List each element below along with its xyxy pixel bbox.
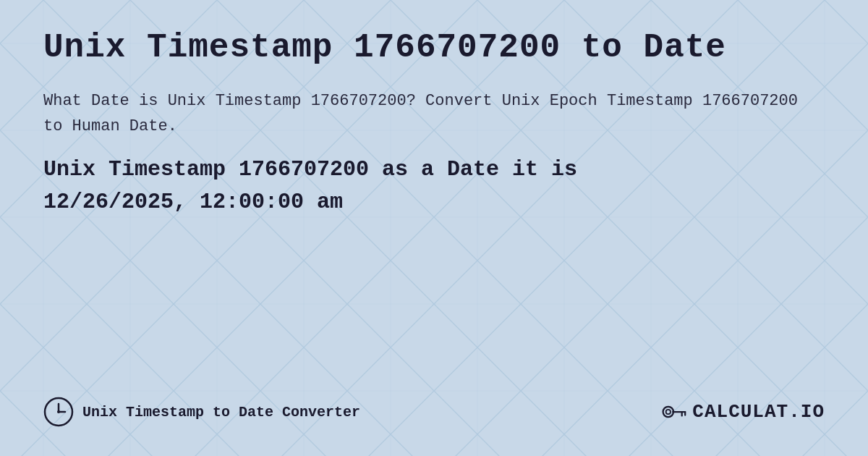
page-description: What Date is Unix Timestamp 1766707200? … bbox=[43, 88, 825, 139]
page-title: Unix Timestamp 1766707200 to Date bbox=[43, 29, 825, 67]
svg-point-14 bbox=[666, 410, 671, 414]
footer-link-text: Unix Timestamp to Date Converter bbox=[82, 404, 360, 421]
footer-left[interactable]: Unix Timestamp to Date Converter bbox=[43, 397, 360, 427]
clock-icon bbox=[43, 397, 74, 427]
result-line1: Unix Timestamp 1766707200 as a Date it i… bbox=[43, 157, 577, 182]
logo-area[interactable]: CALCULAT.IO bbox=[660, 399, 825, 425]
result-section: Unix Timestamp 1766707200 as a Date it i… bbox=[43, 153, 825, 219]
svg-point-13 bbox=[663, 407, 673, 417]
result-text: Unix Timestamp 1766707200 as a Date it i… bbox=[43, 153, 825, 219]
svg-point-12 bbox=[57, 410, 60, 413]
logo-text: CALCULAT.IO bbox=[692, 401, 825, 423]
logo-icon bbox=[660, 399, 686, 425]
footer: Unix Timestamp to Date Converter CALCULA… bbox=[43, 382, 825, 427]
result-line2: 12/26/2025, 12:00:00 am bbox=[43, 190, 343, 214]
